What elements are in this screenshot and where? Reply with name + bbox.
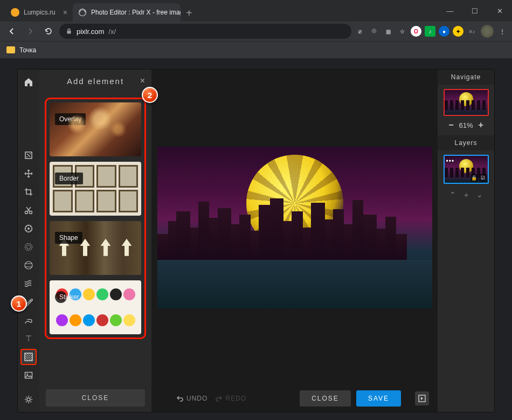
profile-avatar[interactable] (481, 25, 494, 38)
back-button[interactable] (4, 24, 19, 39)
category-label: Overlay (55, 113, 86, 125)
lock-icon[interactable]: 🔒 (471, 174, 478, 182)
close-icon[interactable]: × (63, 8, 67, 17)
history-toggle-button[interactable] (415, 391, 429, 405)
category-shape[interactable]: Shape (50, 221, 141, 275)
minimize-button[interactable]: — (438, 0, 462, 22)
svg-point-7 (25, 244, 32, 251)
tab-title: Lumpics.ru (24, 9, 56, 16)
ext-yellow-icon[interactable]: ✦ (453, 26, 463, 37)
browser-tab-2[interactable]: Photo Editor : Pixlr X - free image × (73, 3, 181, 22)
text-tool[interactable] (20, 331, 37, 347)
svg-rect-10 (25, 373, 32, 378)
add-layer-button[interactable]: ＋ (462, 190, 470, 200)
visibility-icon[interactable]: ☑ (479, 174, 487, 182)
add-element-panel: Add element × 2 Overlay Border Shape (39, 70, 151, 412)
svg-rect-1 (67, 31, 71, 34)
canvas[interactable] (157, 147, 432, 308)
canvas-footer: UNDO REDO CLOSE SAVE (151, 385, 438, 412)
annotation-badge-2: 2 (142, 87, 158, 103)
folder-icon (6, 46, 15, 53)
new-tab-button[interactable]: + (181, 5, 198, 22)
crop-tool[interactable] (20, 184, 37, 200)
zoom-controls: − 61% + (438, 118, 494, 135)
lock-icon (66, 28, 72, 35)
navigate-header: Navigate (438, 70, 494, 85)
address-bar: pixlr.com/x/ ⎚ ⦾ ▦ ☆ O ♪ ● ✦ ≡♪ ⋮ (0, 22, 512, 41)
svg-point-3 (25, 211, 28, 214)
layer-controls: ⌃ ＋ ⌄ (438, 188, 494, 202)
ext-blue-icon[interactable]: ● (439, 26, 449, 37)
save-button[interactable]: SAVE (356, 390, 401, 407)
svg-point-6 (27, 228, 30, 230)
svg-point-4 (30, 211, 32, 214)
draw-tool[interactable] (20, 312, 37, 328)
bookmark-item[interactable]: Точка (19, 46, 36, 54)
layer-item[interactable]: ••• 🔒 ☑ (444, 155, 489, 184)
close-button[interactable]: CLOSE (300, 390, 351, 407)
maximize-button[interactable]: ☐ (462, 0, 487, 22)
reload-button[interactable] (41, 24, 56, 39)
translate-icon[interactable]: ⦾ (369, 26, 379, 37)
annotation-badge-1: 1 (11, 295, 27, 312)
url-host: pixlr.com (77, 27, 104, 36)
arrange-tool[interactable] (20, 147, 37, 163)
browser-tab-strip: Lumpics.ru × Photo Editor : Pixlr X - fr… (0, 0, 512, 22)
svg-point-8 (27, 245, 31, 249)
navigate-thumbnail[interactable] (444, 89, 489, 116)
star-icon[interactable]: ☆ (397, 26, 407, 37)
ext-green-icon[interactable]: ♪ (425, 26, 435, 37)
effect-tool[interactable] (20, 239, 37, 255)
reading-list-icon[interactable]: ≡♪ (467, 26, 478, 37)
category-label: Shape (55, 232, 82, 244)
category-label: Sticker (55, 291, 67, 303)
ext-opera-icon[interactable]: O (411, 26, 421, 37)
cast-icon[interactable]: ⎚ (355, 26, 365, 37)
element-categories: Overlay Border Shape Sticker (45, 98, 146, 339)
url-path: /x/ (108, 27, 116, 36)
close-window-button[interactable]: ✕ (487, 0, 512, 22)
url-input[interactable]: pixlr.com/x/ (59, 24, 351, 39)
zoom-out-button[interactable]: − (448, 120, 453, 130)
qr-icon[interactable]: ▦ (383, 26, 393, 37)
panel-close-button[interactable]: CLOSE (46, 389, 145, 407)
favicon-pixlr (78, 8, 87, 17)
layer-menu-button[interactable]: ••• (446, 157, 455, 165)
liquify-tool[interactable] (20, 276, 37, 292)
close-panel-button[interactable]: × (140, 76, 146, 86)
pixlr-app: Add element × 2 Overlay Border Shape (17, 69, 495, 412)
favicon-lumpics (11, 8, 19, 17)
add-element-tool[interactable] (20, 349, 37, 365)
right-sidebar: Navigate − 61% + Layers ••• 🔒 ☑ ⌃ ＋ ⌄ (438, 70, 494, 412)
canvas-area: UNDO REDO CLOSE SAVE (151, 70, 438, 412)
zoom-value: 61% (459, 121, 473, 129)
zoom-in-button[interactable]: + (479, 120, 483, 130)
menu-button[interactable]: ⋮ (497, 26, 508, 37)
tab-title: Photo Editor : Pixlr X - free image (91, 9, 181, 16)
filter-tool[interactable] (20, 257, 37, 273)
tool-column (18, 70, 39, 412)
move-tool[interactable] (20, 166, 37, 182)
category-border[interactable]: Border (50, 162, 141, 216)
adjust-tool[interactable] (20, 221, 37, 237)
layer-down-button[interactable]: ⌄ (476, 190, 483, 200)
bookmarks-bar: Точка (0, 41, 512, 58)
settings-button[interactable] (20, 391, 37, 408)
layer-up-button[interactable]: ⌃ (449, 190, 456, 200)
undo-button[interactable]: UNDO (176, 395, 207, 402)
home-button[interactable] (22, 75, 36, 89)
category-overlay[interactable]: Overlay (50, 102, 141, 156)
svg-point-11 (26, 374, 28, 375)
redo-button[interactable]: REDO (215, 395, 246, 402)
layers-header: Layers (438, 135, 494, 150)
category-label: Border (55, 173, 83, 184)
forward-button[interactable] (23, 24, 38, 39)
browser-tab-1[interactable]: Lumpics.ru × (5, 3, 73, 22)
add-image-tool[interactable] (20, 367, 37, 383)
window-controls: — ☐ ✕ (438, 0, 512, 22)
panel-title: Add element (67, 77, 124, 86)
svg-point-12 (27, 398, 30, 401)
category-sticker[interactable]: Sticker (50, 280, 141, 334)
panel-header: Add element × (39, 70, 151, 92)
cutout-tool[interactable] (20, 202, 37, 218)
